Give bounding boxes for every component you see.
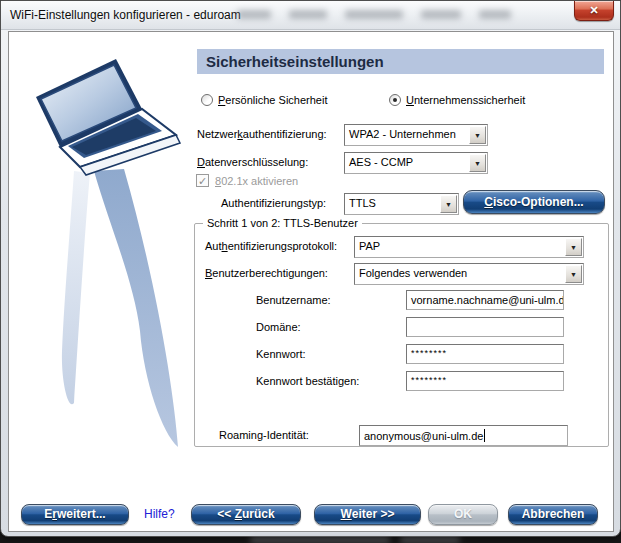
dropdown-arrow-icon[interactable]: ▼ [440,195,457,213]
roaming-identity-input[interactable]: anonymous@uni-ulm.de [359,425,568,446]
background-menu-blur [345,10,403,19]
advanced-button[interactable]: Erweitert... [21,504,129,525]
background-menu-blur [479,10,511,19]
help-link[interactable]: Hilfe? [144,507,175,521]
laptop-illustration [16,51,194,451]
background-menu-blur [421,10,461,19]
auth-protocol-select[interactable]: PAP ▼ [354,236,584,258]
title-bar[interactable]: WiFi-Einstellungen konfigurieren - eduro… [1,1,620,30]
close-button[interactable]: ✕ [574,1,614,21]
dropdown-arrow-icon[interactable]: ▼ [565,238,582,256]
dropdown-arrow-icon[interactable]: ▼ [469,154,486,172]
close-icon: ✕ [589,4,598,16]
password-input[interactable]: ******** [406,344,564,364]
auth-type-label: Authentifizierungstyp: [221,197,326,209]
data-encryption-select[interactable]: AES - CCMP ▼ [344,152,488,174]
cancel-button[interactable]: Abbrechen [508,504,598,525]
enable-8021x-label: 802.1x aktivieren [215,175,298,187]
background-window-edge [0,537,621,543]
radio-personal-security[interactable]: Persönliche Sicherheit [201,94,371,107]
radio-selected-icon [389,94,401,106]
data-encryption-label: Datenverschlüsselung: [197,156,308,168]
username-input[interactable]: vorname.nachname@uni-ulm.de [406,290,564,310]
background-text-blur [400,538,460,542]
page-title: Sicherheitseinstellungen [197,49,604,74]
dialog-client-area: Sicherheitseinstellungen Persönliche Sic… [8,31,614,532]
next-button[interactable]: Weiter >> [314,504,421,525]
dropdown-arrow-icon[interactable]: ▼ [565,265,582,283]
roaming-identity-label: Roaming-Identität: [219,429,309,441]
window-title: WiFi-Einstellungen konfigurieren - eduro… [10,8,241,22]
auth-protocol-label: Authentifizierungsprotokoll: [205,240,337,252]
background-menu-blur [289,10,327,19]
dialog-window: WiFi-Einstellungen konfigurieren - eduro… [0,0,621,537]
text-caret [484,429,485,442]
cisco-options-button[interactable]: Cisco-Optionen... [463,190,605,214]
confirm-password-input[interactable]: ******** [406,371,564,391]
dropdown-arrow-icon[interactable]: ▼ [469,126,486,144]
enable-8021x-checkbox: ✓ [196,174,209,187]
confirm-password-label: Kennwort bestätigen: [256,375,359,387]
back-button[interactable]: << Zurück [191,504,301,525]
radio-unselected-icon [201,94,213,106]
auth-type-select[interactable]: TTLS ▼ [344,193,459,215]
background-menu-blur [237,10,271,19]
network-auth-select[interactable]: WPA2 - Unternehmen ▼ [344,124,488,146]
radio-enterprise-security[interactable]: Unternehmenssicherheit [389,94,569,107]
network-auth-label: Netzwerkauthentifizierung: [197,128,327,140]
domain-input[interactable] [406,317,564,337]
user-credentials-select[interactable]: Folgendes verwenden ▼ [354,263,584,285]
password-label: Kennwort: [256,348,306,360]
checkmark-icon: ✓ [198,175,207,187]
step-groupbox-title: Schritt 1 von 2: TTLS-Benutzer [203,217,362,229]
ok-button: OK [428,504,498,525]
background-text-blur [250,538,390,542]
domain-label: Domäne: [256,321,301,333]
user-credentials-label: Benutzerberechtigungen: [205,267,328,279]
username-label: Benutzername: [256,294,331,306]
